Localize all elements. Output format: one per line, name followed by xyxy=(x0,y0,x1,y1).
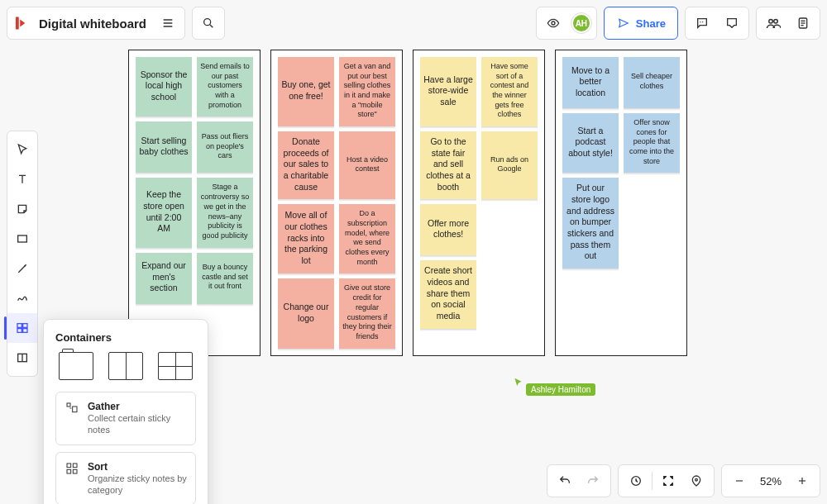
view-only-button[interactable] xyxy=(542,12,565,35)
zoom-in-button[interactable] xyxy=(788,467,816,495)
svg-rect-16 xyxy=(17,329,22,333)
action-sort[interactable]: Sort Organize sticky notes by category xyxy=(55,452,196,504)
container[interactable]: Have a large store-wide saleHave some so… xyxy=(413,50,545,356)
svg-rect-22 xyxy=(67,464,71,468)
sticky-note[interactable]: Change our logo xyxy=(278,278,334,348)
app-title-group: Digital whiteboard xyxy=(7,7,185,40)
sticky-note[interactable]: Offer snow cones for people that come in… xyxy=(624,113,680,173)
tool-containers[interactable] xyxy=(7,313,37,343)
sticky-note[interactable]: Stage a controversy so we get in the new… xyxy=(197,178,253,247)
containers-popover: Containers Gather Collect certain sticky… xyxy=(43,319,208,504)
locate-button[interactable] xyxy=(682,467,710,495)
eye-icon xyxy=(546,16,561,31)
people-icon xyxy=(766,16,781,31)
comments-button[interactable] xyxy=(691,12,714,35)
notes-button[interactable] xyxy=(791,12,815,35)
sticky-note[interactable]: Keep the store open until 2:00 AM xyxy=(136,178,192,247)
svg-line-1 xyxy=(210,25,213,27)
sticky-note[interactable]: Have some sort of a contest and the winn… xyxy=(481,57,538,126)
presence-group: AH xyxy=(536,7,597,40)
sticky-note[interactable]: Offer more clothes! xyxy=(420,204,476,255)
sticky-note[interactable]: Create short videos and share them on so… xyxy=(420,260,476,328)
sticky-note[interactable]: Host a video contest xyxy=(339,131,395,199)
svg-rect-21 xyxy=(73,407,77,412)
sticky-note[interactable]: Give out store credit for regular custom… xyxy=(339,278,395,348)
undo-button[interactable] xyxy=(551,467,579,495)
svg-point-4 xyxy=(702,21,703,22)
tool-sticky[interactable] xyxy=(7,194,37,224)
search-button[interactable] xyxy=(192,7,225,40)
board-menu-button[interactable] xyxy=(156,12,179,35)
history-button[interactable] xyxy=(622,467,650,495)
zoom-group: 52% xyxy=(721,464,820,497)
sticky-icon xyxy=(15,202,30,216)
rectangle-icon xyxy=(15,231,30,246)
container-shape-single[interactable] xyxy=(59,352,93,380)
share-label: Share xyxy=(636,17,666,30)
tool-pointer[interactable] xyxy=(7,135,37,164)
board-canvas[interactable]: Sponsor the local high schoolSend emails… xyxy=(128,50,687,356)
sticky-note[interactable]: Get a van and put our best selling cloth… xyxy=(339,57,395,126)
sticky-note[interactable]: Do a subscription model, where we send c… xyxy=(339,204,395,273)
sticky-note[interactable]: Buy one, get one free! xyxy=(278,57,334,126)
sticky-note[interactable]: Donate proceeds of our sales to a charit… xyxy=(278,131,334,199)
svg-point-0 xyxy=(204,19,211,26)
sticky-note[interactable]: Buy a bouncy castle and set it out front xyxy=(197,253,253,304)
sticky-note[interactable]: Run ads on Google xyxy=(481,131,538,199)
svg-point-3 xyxy=(700,21,700,22)
svg-rect-17 xyxy=(23,329,27,333)
svg-point-27 xyxy=(696,478,698,481)
search-icon xyxy=(201,16,216,31)
collaborators-button[interactable] xyxy=(762,12,785,35)
svg-rect-24 xyxy=(67,469,71,473)
tool-line[interactable] xyxy=(7,254,37,283)
svg-rect-15 xyxy=(23,324,27,328)
sticky-note[interactable]: Move all of our clothes racks into the p… xyxy=(278,204,334,273)
board-title[interactable]: Digital whiteboard xyxy=(36,17,150,31)
sticky-note[interactable]: Start a podcast about style! xyxy=(562,113,619,173)
sticky-note[interactable]: Go to the state fair and sell clothes at… xyxy=(420,131,476,199)
containers-icon xyxy=(15,321,30,335)
svg-rect-20 xyxy=(67,403,70,407)
gather-label: Gather xyxy=(88,401,187,412)
remote-cursor-name: Ashley Hamilton xyxy=(526,383,595,396)
sticky-note[interactable]: Start selling baby clothes xyxy=(136,121,192,173)
zoom-out-button[interactable] xyxy=(725,467,753,495)
sticky-note[interactable]: Send emails to our past customers with a… xyxy=(197,57,253,116)
pointer-icon xyxy=(15,142,30,157)
sticky-note[interactable]: Pass out fliers on people's cars xyxy=(197,121,253,173)
gather-icon xyxy=(65,401,79,416)
comment-icon xyxy=(695,16,710,31)
avatar[interactable]: AH xyxy=(571,13,591,33)
sticky-note[interactable]: Move to a better location xyxy=(562,57,619,108)
sticky-note[interactable]: Sponsor the local high school xyxy=(136,57,192,116)
scribble-icon xyxy=(15,291,30,306)
container[interactable]: Buy one, get one free!Get a van and put … xyxy=(270,50,403,356)
tool-shape[interactable] xyxy=(7,224,37,254)
gather-desc: Collect certain sticky notes xyxy=(88,412,187,436)
sticky-note[interactable]: Have a large store-wide sale xyxy=(420,57,476,126)
container[interactable]: Sponsor the local high schoolSend emails… xyxy=(128,50,261,356)
action-gather[interactable]: Gather Collect certain sticky notes xyxy=(55,392,196,445)
popover-title: Containers xyxy=(55,331,196,344)
container[interactable]: Move to a better locationSell cheaper cl… xyxy=(555,50,687,356)
tool-table[interactable] xyxy=(7,343,37,373)
share-button[interactable]: Share xyxy=(604,7,678,40)
sticky-note[interactable]: Sell cheaper clothes xyxy=(624,57,680,108)
collab-group xyxy=(756,7,820,40)
svg-rect-25 xyxy=(73,469,77,473)
tool-draw[interactable] xyxy=(7,283,37,313)
sticky-note[interactable]: Expand our men's section xyxy=(136,253,192,304)
nav-group xyxy=(618,464,715,497)
fit-button[interactable] xyxy=(654,467,682,495)
table-icon xyxy=(15,350,30,365)
redo-button[interactable] xyxy=(579,467,607,495)
clock-icon xyxy=(629,473,643,488)
chat-group xyxy=(685,7,749,40)
sticky-note[interactable]: Put our store logo and address on bumper… xyxy=(562,178,619,268)
container-shape-grid[interactable] xyxy=(158,352,193,380)
chat-button[interactable] xyxy=(720,12,743,35)
zoom-level[interactable]: 52% xyxy=(753,475,788,487)
container-shape-split[interactable] xyxy=(108,352,143,380)
tool-text[interactable] xyxy=(7,164,37,194)
